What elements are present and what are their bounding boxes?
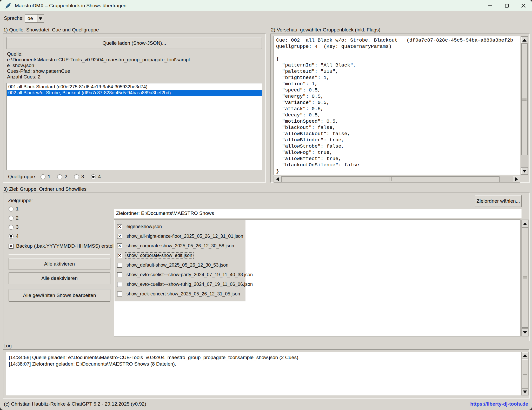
- radio-icon: [91, 174, 96, 179]
- file-checkbox-item[interactable]: show_default-show_2025_05_26_12_30_53.js…: [115, 260, 245, 270]
- target-frame: Zielgruppe: 1 2 3 4 Backup (.bak.YYYYMMD…: [3, 193, 530, 341]
- file-label: show_corporate-show_edit.json: [125, 252, 194, 259]
- backup-label: Backup (.bak.YYYYMMDD-HHMMSS) erstellen: [16, 243, 120, 249]
- triangle-left-icon: [276, 177, 279, 181]
- preview-section-heading: 2) Vorschau: gewählter Gruppenblock (ink…: [271, 27, 380, 33]
- target-group-radio-2[interactable]: 2: [9, 215, 19, 221]
- triangle-up-icon: [523, 222, 527, 225]
- choose-target-folder-button[interactable]: Zielordner wählen...: [475, 195, 522, 207]
- language-label: Sprache:: [4, 15, 24, 21]
- close-icon: [521, 3, 526, 8]
- radio-icon: [9, 234, 14, 239]
- target-group-radio-4[interactable]: 4: [9, 233, 19, 239]
- scroll-up-icon[interactable]: [522, 220, 528, 228]
- triangle-up-icon: [522, 39, 527, 42]
- source-section-heading: 1) Quelle: Showdatei, Cue und Quellgrupp…: [3, 27, 99, 33]
- target-group-radio-3[interactable]: 3: [9, 224, 19, 230]
- backup-checkbox[interactable]: Backup (.bak.YYYYMMDD-HHMMSS) erstellen: [9, 243, 120, 249]
- copyright-text: (c) Christian Haubitz-Reinke & ChatGPT 5…: [4, 401, 146, 407]
- scroll-left-icon[interactable]: [274, 176, 281, 182]
- log-frame: [14:34:58] Quelle geladen: e:\Documents\…: [3, 349, 530, 399]
- file-checkbox-item[interactable]: show_all-night-dance-floor_2025_05_26_12…: [115, 232, 245, 241]
- minimize-button[interactable]: [482, 0, 498, 11]
- triangle-down-icon: [523, 331, 527, 334]
- activate-all-button[interactable]: Alle aktivieren: [9, 258, 110, 270]
- checkbox-icon: [117, 224, 122, 229]
- scroll-up-icon[interactable]: [521, 36, 528, 44]
- scroll-up-icon[interactable]: [522, 352, 528, 359]
- triangle-up-icon: [523, 354, 527, 357]
- scrollbar-thumb[interactable]: [281, 176, 500, 182]
- file-label: show_rock-concert-show_2025_05_26_12_31_…: [125, 291, 241, 297]
- scroll-down-icon[interactable]: [522, 388, 528, 395]
- source-info: Quelle: e:\Documents\Maestro-CUE-Tools_v…: [7, 51, 190, 80]
- source-group-radio-1[interactable]: 1: [41, 174, 51, 180]
- log-text[interactable]: [14:34:58] Quelle geladen: e:\Documents\…: [6, 352, 521, 395]
- checkbox-icon: [117, 253, 122, 258]
- checkbox-icon: [117, 234, 122, 239]
- scroll-down-icon[interactable]: [521, 167, 528, 175]
- radio-label: 1: [16, 206, 19, 212]
- showfiles-vertical-scrollbar[interactable]: [521, 220, 529, 336]
- triangle-right-icon: [515, 177, 518, 181]
- maximize-button[interactable]: [498, 0, 515, 11]
- file-label: show_default-show_2025_05_26_12_30_53.js…: [125, 262, 230, 268]
- source-group-radio-3[interactable]: 3: [74, 174, 84, 180]
- source-group-radio-2[interactable]: 2: [57, 174, 67, 180]
- source-frame: Quelle laden (Show-JSON)... Quelle: e:\D…: [3, 34, 266, 183]
- scrollbar-thumb[interactable]: [521, 44, 528, 155]
- scrollbar-thumb[interactable]: [522, 359, 528, 388]
- checkbox-icon: [117, 263, 122, 268]
- radio-icon: [9, 225, 14, 230]
- file-checkbox-item[interactable]: show_rock-concert-show_2025_05_26_12_31_…: [115, 289, 245, 299]
- log-vertical-scrollbar[interactable]: [521, 352, 529, 395]
- radio-label: 2: [64, 174, 67, 180]
- checkbox-icon: [117, 243, 122, 248]
- load-source-button[interactable]: Quelle laden (Show-JSON)...: [6, 37, 262, 49]
- preview-text[interactable]: Cue: 002 all Black w/o: Strobe, Blackout…: [274, 36, 520, 175]
- radio-label: 4: [98, 174, 101, 180]
- file-checkbox-item[interactable]: show_evto-cuelist---show-party_2024_07_1…: [115, 270, 245, 280]
- process-selected-shows-button[interactable]: Alle gewählten Shows bearbeiten: [9, 289, 110, 302]
- radio-icon: [57, 174, 62, 179]
- source-group-radio-4[interactable]: 4: [91, 174, 101, 180]
- website-link[interactable]: https://liberty-dj-tools.de: [470, 401, 528, 407]
- preview-horizontal-scrollbar[interactable]: [274, 176, 520, 183]
- source-group-row: Quellgruppe: 1 2 3 4: [8, 173, 108, 181]
- file-checkbox-item[interactable]: eigeneShow.json: [115, 222, 245, 232]
- cue-listbox[interactable]: 001 all Black Standard (d00ef275-81d6-4c…: [6, 83, 262, 170]
- file-label: eigeneShow.json: [125, 223, 163, 230]
- target-group-radio-1[interactable]: 1: [9, 206, 19, 212]
- dropdown-arrow-icon[interactable]: [37, 15, 44, 22]
- source-group-label: Quellgruppe:: [8, 174, 36, 180]
- separator: [9, 254, 110, 255]
- checkbox-icon: [117, 272, 122, 277]
- showfiles-canvas[interactable]: eigeneShow.json show_all-night-dance-flo…: [114, 220, 521, 336]
- scroll-down-icon[interactable]: [522, 328, 528, 336]
- file-checkbox-item[interactable]: show_corporate-show_edit.json: [115, 251, 245, 260]
- deactivate-all-button[interactable]: Alle deaktivieren: [9, 272, 110, 284]
- language-select[interactable]: de: [25, 14, 44, 23]
- target-group-label: Zielgruppe:: [8, 198, 33, 203]
- file-label: show_evto-cuelist---show-party_2024_07_1…: [125, 272, 254, 278]
- window-controls: [482, 0, 532, 11]
- file-checkbox-item[interactable]: show_evto-cuelist---show-ruhig_2024_07_1…: [115, 280, 245, 289]
- checkbox-icon: [9, 244, 14, 249]
- cue-list-item[interactable]: 002 all Black w/o: Strobe, Blackout (df9…: [7, 90, 262, 96]
- scrollbar-thumb[interactable]: [522, 228, 528, 328]
- showfiles-panel: eigeneShow.json show_all-night-dance-flo…: [115, 220, 245, 301]
- maximize-icon: [505, 4, 509, 8]
- file-checkbox-item[interactable]: show_corporate-show_2025_05_26_12_30_58.…: [115, 241, 245, 251]
- radio-label: 1: [48, 174, 51, 180]
- window-title: MaestroDMX – Gruppenblock in Shows übert…: [15, 3, 127, 9]
- radio-label: 3: [16, 224, 19, 230]
- preview-vertical-scrollbar[interactable]: [521, 36, 528, 175]
- radio-label: 2: [16, 215, 19, 221]
- language-value: de: [25, 15, 37, 22]
- target-folder-input[interactable]: [114, 209, 522, 218]
- cue-list-item[interactable]: 001 all Black Standard (d00ef275-81d6-4c…: [7, 84, 262, 90]
- close-button[interactable]: [515, 0, 532, 11]
- scroll-right-icon[interactable]: [513, 176, 520, 182]
- app-window: MaestroDMX – Gruppenblock in Shows übert…: [0, 0, 532, 410]
- radio-icon: [74, 174, 79, 179]
